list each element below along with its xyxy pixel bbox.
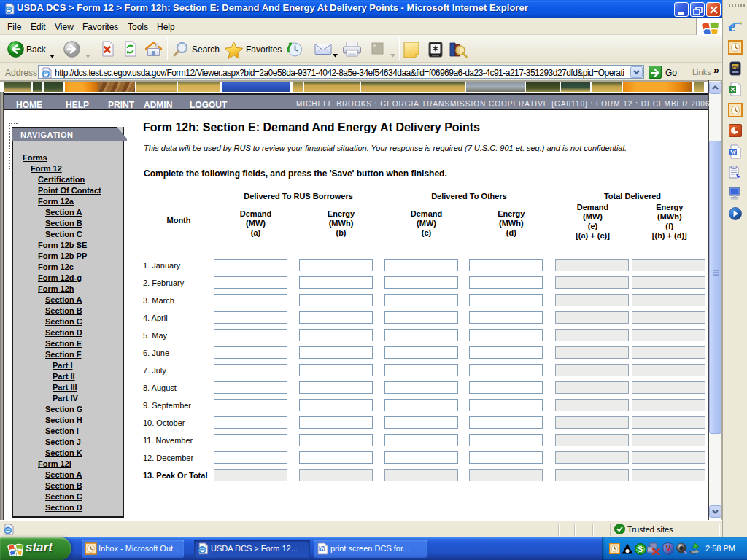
svg-text:»: »	[713, 66, 719, 75]
svg-text:CW: CW	[732, 66, 740, 70]
svg-text:W: W	[320, 545, 325, 552]
svg-text:W: W	[730, 149, 737, 156]
svg-text:S: S	[638, 545, 643, 553]
svg-text:V: V	[665, 544, 670, 553]
